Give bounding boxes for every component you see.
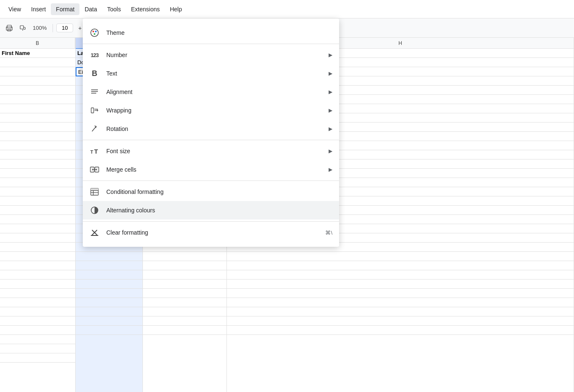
text-bold-icon: B [90, 68, 100, 78]
cell-h26[interactable] [227, 280, 574, 289]
cell-f29[interactable] [76, 307, 142, 316]
cell-b22[interactable] [0, 243, 75, 252]
cell-g26[interactable] [143, 280, 226, 289]
font-size-arrow-icon: ▶ [329, 148, 332, 154]
font-size-icon: T T [90, 146, 100, 156]
cell-b21[interactable] [0, 233, 75, 243]
font-size-input[interactable]: 10 [56, 24, 73, 32]
menu-tools[interactable]: Tools [102, 3, 126, 15]
cell-h31[interactable] [227, 326, 574, 335]
cell-g31[interactable] [143, 326, 226, 335]
cell-g27[interactable] [143, 289, 226, 298]
format-menu-text[interactable]: B Text ▶ [83, 64, 339, 83]
cell-f24[interactable] [76, 261, 142, 270]
cell-f23[interactable] [76, 252, 142, 261]
print-icon[interactable] [3, 22, 15, 34]
wrapping-label: Wrapping [106, 107, 322, 114]
format-menu-theme[interactable]: Theme [83, 24, 339, 42]
menu-insert[interactable]: Insert [26, 3, 51, 15]
cell-b27[interactable] [0, 289, 75, 298]
menu-data[interactable]: Data [79, 3, 102, 15]
cell-g25[interactable] [143, 270, 226, 280]
cell-h24[interactable] [227, 261, 574, 270]
cell-h23[interactable] [227, 252, 574, 261]
cell-b12[interactable] [0, 150, 75, 159]
cell-b2[interactable] [0, 58, 75, 67]
cell-b6[interactable] [0, 95, 75, 104]
cell-b15[interactable] [0, 178, 75, 187]
menu-view[interactable]: View [3, 3, 26, 15]
paint-format-icon[interactable] [17, 22, 29, 34]
cell-b23[interactable] [0, 252, 75, 261]
format-menu-alternating-colours[interactable]: Alternating colours [83, 201, 339, 220]
menu-bar: View Insert Format Data Tools Extensions… [0, 0, 574, 18]
cell-h30[interactable] [227, 316, 574, 326]
cell-f28[interactable] [76, 298, 142, 307]
cell-b7[interactable] [0, 104, 75, 113]
cell-g30[interactable] [143, 316, 226, 326]
cell-f25[interactable] [76, 270, 142, 280]
cell-b5[interactable] [0, 86, 75, 95]
svg-point-7 [92, 31, 94, 32]
cell-h27[interactable] [227, 289, 574, 298]
format-dropdown-menu[interactable]: Theme 123 Number ▶ B Text ▶ [83, 18, 339, 247]
cell-b9[interactable] [0, 123, 75, 132]
cell-f26[interactable] [76, 280, 142, 289]
cell-b13[interactable] [0, 159, 75, 169]
cell-b32[interactable] [0, 335, 75, 344]
cell-g29[interactable] [143, 307, 226, 316]
cell-b20[interactable] [0, 224, 75, 233]
cell-f30[interactable] [76, 316, 142, 326]
cell-g23[interactable] [143, 252, 226, 261]
format-menu-wrapping[interactable]: Wrapping ▶ [83, 101, 339, 120]
clear-formatting-shortcut: ⌘\ [325, 230, 332, 236]
format-menu-merge-cells[interactable]: Merge cells ▶ [83, 160, 339, 179]
cell-b25[interactable] [0, 270, 75, 280]
cell-b26[interactable] [0, 280, 75, 289]
cell-b29[interactable] [0, 307, 75, 316]
format-menu-section-3: T T Font size ▶ Merge cel [83, 140, 339, 181]
cell-h25[interactable] [227, 270, 574, 280]
cell-h29[interactable] [227, 307, 574, 316]
cell-b11[interactable] [0, 141, 75, 150]
format-menu-conditional-formatting[interactable]: Conditional formatting [83, 183, 339, 201]
cell-f27[interactable] [76, 289, 142, 298]
format-menu-font-size[interactable]: T T Font size ▶ [83, 142, 339, 160]
cell-h28[interactable] [227, 298, 574, 307]
cell-b30[interactable] [0, 316, 75, 326]
cell-b3[interactable] [0, 67, 75, 76]
format-menu-rotation[interactable]: Rotation ▶ [83, 120, 339, 138]
cell-b17[interactable] [0, 196, 75, 206]
cell-b24[interactable] [0, 261, 75, 270]
format-menu-alignment[interactable]: Alignment ▶ [83, 83, 339, 101]
rotation-arrow-icon: ▶ [329, 126, 332, 132]
number-icon: 123 [90, 50, 100, 60]
merge-cells-icon [90, 165, 100, 175]
number-label: Number [106, 52, 322, 58]
cell-b8[interactable] [0, 113, 75, 123]
menu-help[interactable]: Help [165, 3, 187, 15]
rotation-icon [90, 124, 100, 134]
cell-first-name[interactable]: First Name [0, 49, 75, 58]
cell-f31[interactable] [76, 326, 142, 335]
col-b-header[interactable]: B [36, 40, 39, 46]
cell-g24[interactable] [143, 261, 226, 270]
cell-b18[interactable] [0, 206, 75, 215]
svg-rect-23 [91, 188, 98, 191]
cell-b16[interactable] [0, 187, 75, 196]
svg-text:T: T [90, 149, 93, 154]
cell-b10[interactable] [0, 132, 75, 141]
format-menu-clear-formatting[interactable]: Clear formatting ⌘\ [83, 223, 339, 242]
cell-g28[interactable] [143, 298, 226, 307]
cell-b4[interactable] [0, 76, 75, 86]
cell-b14[interactable] [0, 169, 75, 178]
cell-b19[interactable] [0, 215, 75, 224]
cell-b31[interactable] [0, 326, 75, 335]
conditional-formatting-icon [90, 187, 100, 197]
menu-format[interactable]: Format [51, 3, 79, 15]
cell-b34[interactable] [0, 353, 75, 363]
menu-extensions[interactable]: Extensions [126, 3, 165, 15]
cell-b33[interactable] [0, 344, 75, 353]
cell-b28[interactable] [0, 298, 75, 307]
format-menu-number[interactable]: 123 Number ▶ [83, 46, 339, 64]
